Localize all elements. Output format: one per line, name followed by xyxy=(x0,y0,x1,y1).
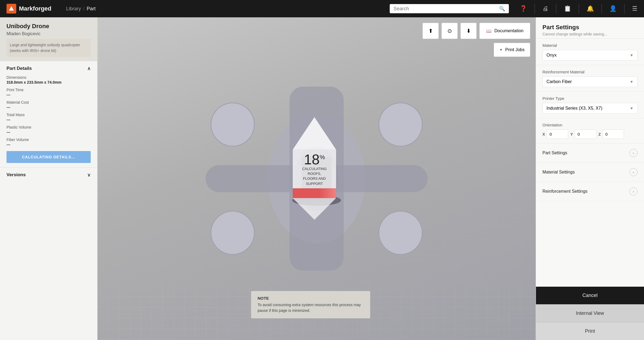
doc-icon: 📖 xyxy=(486,28,492,34)
material-value: Onyx xyxy=(547,53,557,58)
orientation-inputs: X Y Z xyxy=(542,129,638,139)
orient-x-input[interactable] xyxy=(547,129,568,139)
material-dropdown-icon: ▼ xyxy=(630,53,633,57)
orient-x-axis: X xyxy=(542,132,545,136)
dimensions-row: Dimensions 318.0mm x 233.5mm x 74.0mm xyxy=(6,75,91,84)
plastic-volume-value: --- xyxy=(6,130,91,134)
note-box: NOTE To avoid consuming extra system res… xyxy=(251,291,370,318)
doc-label: Documentation xyxy=(494,28,523,33)
clipboard-icon[interactable]: 📋 xyxy=(564,5,571,12)
reinforcement-select[interactable]: Carbon Fiber ▼ xyxy=(542,76,638,87)
logo-icon xyxy=(6,4,16,14)
versions-section: Versions ∨ xyxy=(0,168,97,182)
topbar: Markforged Library / Part 🔍 ❓ 🖨 📋 🔔 👤 ☰ xyxy=(0,0,644,17)
material-settings-arrow: › xyxy=(629,168,638,176)
material-select[interactable]: Onyx ▼ xyxy=(542,50,638,61)
part-details-section: Part Details ∧ Dimensions 318.0mm x 233.… xyxy=(0,61,97,168)
print-time-value: --- xyxy=(6,93,91,97)
svg-point-6 xyxy=(379,103,422,146)
total-mass-row: Total Mass --- xyxy=(6,113,91,122)
reinforcement-settings-title: Reinforcement Settings xyxy=(542,189,587,194)
part-settings-arrow: › xyxy=(629,149,638,157)
part-settings-section[interactable]: Part Settings › xyxy=(536,143,644,163)
right-sidebar-subtitle: Cannot change settings while saving... xyxy=(542,32,638,36)
left-sidebar: Unibody Drone Mladen Bogicevic Large and… xyxy=(0,17,97,340)
center-view: ⬆ ⊙ ⬇ 📖 Documentation ▼ Print Jobs xyxy=(97,17,536,340)
percent-value: 18 xyxy=(304,152,320,167)
part-header: Unibody Drone Mladen Bogicevic Large and… xyxy=(0,17,97,61)
menu-icon[interactable]: ☰ xyxy=(632,5,638,12)
versions-expand-icon[interactable]: ∨ xyxy=(87,172,91,178)
documentation-button[interactable]: 📖 Documentation xyxy=(479,23,530,39)
reinforcement-value: Carbon Fiber xyxy=(547,79,572,84)
percent-symbol: % xyxy=(320,154,325,161)
print-button[interactable]: Print xyxy=(536,322,644,340)
print-time-row: Print Time --- xyxy=(6,88,91,97)
note-title: NOTE xyxy=(258,296,364,300)
total-mass-label: Total Mass xyxy=(6,113,91,117)
orient-y-field: Y xyxy=(570,129,596,139)
part-description: Large and lightweight unibody quadcopter… xyxy=(6,39,91,57)
versions-label: Versions xyxy=(6,172,26,178)
reinforcement-group: Reinforcement Material Carbon Fiber ▼ xyxy=(536,65,644,92)
user-icon[interactable]: 👤 xyxy=(609,5,617,12)
help-icon[interactable]: ❓ xyxy=(520,5,527,12)
svg-point-5 xyxy=(211,103,254,146)
topbar-icons: ❓ 🖨 📋 🔔 👤 ☰ xyxy=(520,4,638,14)
material-settings-section[interactable]: Material Settings › xyxy=(536,163,644,182)
material-group: Material Onyx ▼ xyxy=(536,39,644,65)
progress-bar xyxy=(293,188,336,198)
orient-z-field: Z xyxy=(599,129,624,139)
topbar-divider xyxy=(535,4,535,14)
progress-circle: 18% CALCULATING ROOFS, FLOORS AND SUPPOR… xyxy=(293,150,336,188)
right-sidebar-title: Part Settings xyxy=(542,24,638,31)
material-cost-value: --- xyxy=(6,105,91,109)
search-box: 🔍 xyxy=(390,4,509,13)
logo-text: Markforged xyxy=(19,5,51,12)
reinforcement-settings-section[interactable]: Reinforcement Settings › xyxy=(536,182,644,201)
cancel-button[interactable]: Cancel xyxy=(536,287,644,304)
printer-value: Industrial Series (X3, X5, X7) xyxy=(547,106,602,111)
versions-header: Versions ∨ xyxy=(6,172,91,178)
fiber-volume-row: Fiber Volume --- xyxy=(6,138,91,147)
total-mass-value: --- xyxy=(6,117,91,122)
print-jobs-button[interactable]: ▼ Print Jobs xyxy=(494,43,530,57)
progress-label: CALCULATING ROOFS, FLOORS AND SUPPORT xyxy=(302,166,327,186)
svg-point-8 xyxy=(379,211,422,254)
right-sidebar: Part Settings Cannot change settings whi… xyxy=(536,17,644,340)
dimensions-label: Dimensions xyxy=(6,75,91,80)
reinforcement-dropdown-icon: ▼ xyxy=(630,80,633,84)
printer-icon[interactable]: 🖨 xyxy=(542,5,548,12)
printer-label: Printer Type xyxy=(542,96,638,101)
toolbar-top: ⬆ ⊙ ⬇ 📖 Documentation xyxy=(422,23,530,39)
calculating-button[interactable]: CALCULATING DETAILS... xyxy=(6,151,91,163)
bell-icon[interactable]: 🔔 xyxy=(587,5,594,12)
download-button[interactable]: ⬇ xyxy=(460,23,477,39)
part-details-title: Part Details xyxy=(6,66,32,71)
search-input[interactable] xyxy=(393,6,496,12)
printer-select[interactable]: Industrial Series (X3, X5, X7) ▼ xyxy=(542,103,638,114)
topbar-divider-5 xyxy=(624,4,625,14)
collapse-icon[interactable]: ∧ xyxy=(87,66,91,71)
part-title: Unibody Drone xyxy=(6,23,91,30)
orient-y-input[interactable] xyxy=(575,129,596,139)
material-cost-label: Material Cost xyxy=(6,100,91,104)
orient-x-field: X xyxy=(542,129,568,139)
svg-point-7 xyxy=(211,211,254,254)
reinforcement-label: Reinforcement Material xyxy=(542,70,638,74)
plastic-volume-row: Plastic Volume --- xyxy=(6,125,91,134)
material-label: Material xyxy=(542,43,638,48)
logo-area: Markforged xyxy=(6,4,61,14)
topbar-divider-2 xyxy=(556,4,556,14)
printer-dropdown-icon: ▼ xyxy=(630,106,633,110)
view-button[interactable]: ⊙ xyxy=(441,23,458,39)
orient-z-input[interactable] xyxy=(602,129,624,139)
breadcrumb-library[interactable]: Library xyxy=(66,6,81,12)
internal-view-button[interactable]: Internal View xyxy=(536,304,644,322)
flip-button[interactable]: ⬆ xyxy=(422,23,439,39)
material-cost-row: Material Cost --- xyxy=(6,100,91,109)
reinforcement-settings-arrow: › xyxy=(629,187,638,195)
dropdown-arrow-icon: ▼ xyxy=(499,48,503,52)
note-text: To avoid consuming extra system resource… xyxy=(258,302,364,313)
fiber-volume-value: --- xyxy=(6,142,91,147)
